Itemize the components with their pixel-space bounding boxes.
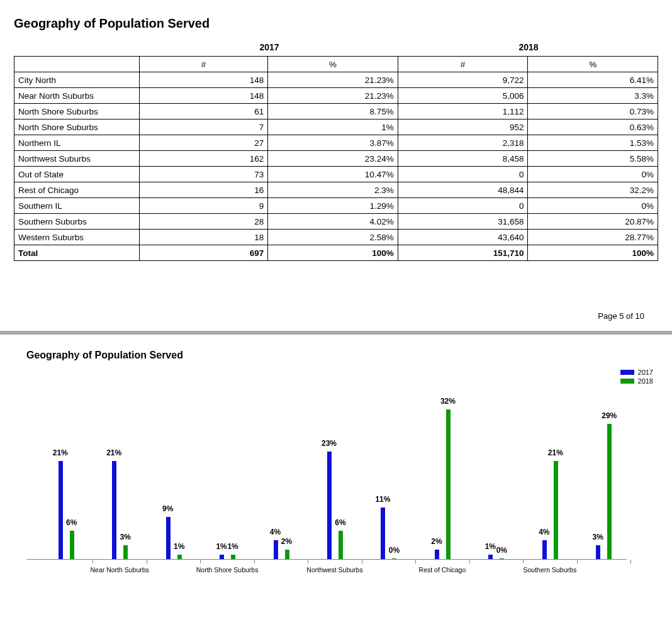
total-n17: 697 — [140, 245, 268, 261]
table-row: City North14821.23%9,7226.41% — [14, 72, 658, 88]
value-label: 0% — [496, 546, 507, 555]
total-label: Total — [14, 245, 140, 261]
table-row: Rest of Chicago162.3%48,84432.2% — [14, 182, 658, 198]
bar-2018 — [446, 409, 451, 559]
col-pct-2017: % — [268, 57, 398, 72]
cell-p18: 5.58% — [528, 151, 658, 167]
cell-p18: 20.87% — [528, 214, 658, 230]
cell-n18: 31,658 — [398, 214, 528, 230]
x-axis — [26, 559, 627, 560]
value-label: 6% — [66, 518, 77, 527]
cell-p18: 32.2% — [528, 182, 658, 198]
bar-2017 — [488, 555, 493, 559]
axis-tick — [523, 560, 524, 563]
cell-p17: 1% — [268, 119, 398, 135]
value-label: 23% — [322, 439, 337, 448]
row-label: Western Suburbs — [14, 230, 140, 245]
value-label: 1% — [216, 542, 227, 551]
value-label: 2% — [281, 537, 292, 546]
table-total-row: Total697100%151,710100% — [14, 245, 658, 261]
cell-p17: 1.29% — [268, 198, 398, 214]
value-label: 9% — [162, 504, 173, 513]
table-row: Southern IL91.29%00% — [14, 198, 658, 214]
bar-2018 — [177, 555, 182, 559]
cell-n17: 73 — [140, 167, 268, 182]
bar-2017 — [166, 517, 171, 559]
bar-2017 — [274, 540, 278, 559]
table-row: Out of State7310.47%00% — [14, 167, 658, 182]
axis-tick — [415, 560, 416, 563]
cell-p17: 4.02% — [268, 214, 398, 230]
value-label: 1% — [174, 542, 184, 551]
cell-n18: 43,640 — [398, 230, 528, 245]
value-label: 21% — [548, 448, 563, 457]
axis-tick — [200, 560, 201, 563]
cell-p18: 3.3% — [528, 88, 658, 104]
year-header-row: 2017 2018 — [14, 42, 658, 52]
cell-n18: 5,006 — [398, 88, 528, 104]
table-row: North Shore Suburbs71%9520.63% — [14, 119, 658, 135]
page-footer: Page 5 of 10 — [14, 261, 658, 325]
cell-n18: 8,458 — [398, 151, 528, 167]
bar-2018 — [607, 424, 612, 559]
axis-tick — [254, 560, 255, 563]
cell-n18: 1,112 — [398, 104, 528, 119]
axis-tick — [630, 560, 631, 563]
cell-n17: 27 — [140, 135, 268, 151]
axis-tick — [362, 560, 362, 563]
cell-n17: 162 — [140, 151, 268, 167]
bar-chart: Near North SuburbsNorth Shore SuburbsNor… — [26, 372, 658, 574]
value-label: 1% — [485, 542, 496, 551]
cell-p18: 6.41% — [528, 72, 658, 88]
cell-p17: 2.3% — [268, 182, 398, 198]
value-label: 3% — [120, 533, 131, 541]
category-label: Near North Suburbs — [90, 566, 148, 574]
col-count-2017: # — [140, 57, 268, 72]
cell-n17: 7 — [140, 119, 268, 135]
cell-p17: 8.75% — [268, 104, 398, 119]
total-p18: 100% — [528, 245, 658, 261]
cell-p18: 0% — [528, 198, 658, 214]
cell-n17: 61 — [140, 104, 268, 119]
cell-p17: 2.58% — [268, 230, 398, 245]
value-label: 3% — [593, 533, 603, 541]
value-label: 4% — [539, 528, 549, 536]
axis-tick — [469, 560, 470, 563]
cell-n18: 0 — [398, 167, 528, 182]
row-label: Near North Suburbs — [14, 88, 140, 104]
bar-2018 — [339, 531, 343, 559]
table-row: Northern IL273.87%2,3181.53% — [14, 135, 658, 151]
cell-p17: 3.87% — [268, 135, 398, 151]
category-label: North Shore Suburbs — [196, 566, 259, 574]
cell-p17: 21.23% — [268, 88, 398, 104]
cell-n18: 0 — [398, 198, 528, 214]
bar-2017 — [220, 555, 224, 559]
cell-p18: 0.73% — [528, 104, 658, 119]
row-label: Northern IL — [14, 135, 140, 151]
chart-title: Geography of Population Served — [26, 350, 658, 361]
bar-2018 — [554, 461, 558, 559]
value-label: 1% — [227, 542, 238, 551]
cell-n17: 9 — [140, 198, 268, 214]
cell-n18: 2,318 — [398, 135, 528, 151]
row-label: Rest of Chicago — [14, 182, 140, 198]
col-pct-2018: % — [528, 57, 658, 72]
row-label: North Shore Suburbs — [14, 104, 140, 119]
cell-n18: 9,722 — [398, 72, 528, 88]
category-label: Northwest Suburbs — [306, 566, 362, 574]
row-label: North Shore Suburbs — [14, 119, 140, 135]
table-row: Northwest Suburbs16223.24%8,4585.58% — [14, 151, 658, 167]
row-label: Out of State — [14, 167, 140, 182]
cell-n17: 148 — [140, 72, 268, 88]
row-label: Northwest Suburbs — [14, 151, 140, 167]
value-label: 4% — [270, 528, 281, 536]
cell-p17: 10.47% — [268, 167, 398, 182]
row-label: City North — [14, 72, 140, 88]
value-label: 0% — [389, 546, 400, 555]
bar-2017 — [381, 508, 385, 559]
category-label: Rest of Chicago — [419, 566, 466, 574]
bar-2018 — [231, 555, 235, 559]
bar-2017 — [59, 461, 63, 559]
cell-n17: 18 — [140, 230, 268, 245]
value-label: 21% — [53, 448, 68, 457]
